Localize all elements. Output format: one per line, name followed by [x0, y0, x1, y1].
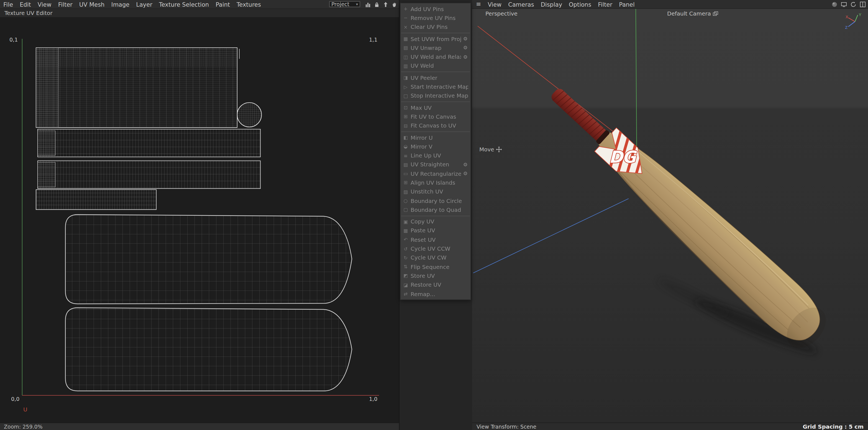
uv-menu-item-line-up-uv[interactable]: ≡Line Up UV	[401, 151, 470, 160]
uv-menu-item-label: Remap...	[411, 291, 435, 297]
menu-icon[interactable]: ≡	[472, 1, 484, 8]
uv-island-edge-strip-1[interactable]	[38, 129, 260, 157]
move-tool-label: Move	[479, 146, 502, 152]
vp-menu-view[interactable]: View	[484, 0, 505, 8]
uv-straighten-icon: ▤	[403, 162, 408, 168]
uv-menu-item-reset-uv[interactable]: ↶Reset UV	[401, 235, 470, 244]
uv-island-face-back[interactable]	[65, 308, 352, 391]
uv-menu-item-mirror-u[interactable]: ◧Mirror U	[401, 133, 470, 142]
uv-island-edge-strip-2[interactable]	[38, 161, 260, 189]
uv-menu-item-set-uvw-from-projection[interactable]: ▦Set UVW from Projection⚙	[401, 34, 470, 44]
uv-menu-item-restore-uv[interactable]: ◪Restore UV	[401, 280, 470, 289]
uv-menu-item-uv-rectangularize[interactable]: ▭UV Rectangularize⚙	[401, 169, 470, 178]
uv-menu-item-label: Max UV	[411, 105, 432, 111]
uv-menu-item-uv-peeler[interactable]: ◨UV Peeler	[401, 73, 470, 82]
uv-menu-item-uv-weld[interactable]: ▥UV Weld	[401, 61, 470, 71]
render-history-icon[interactable]	[850, 1, 857, 8]
vp-menu-filter[interactable]: Filter	[594, 0, 616, 8]
uv-menu-item-cycle-uv-cw[interactable]: ↻Cycle UV CW	[401, 253, 470, 262]
menu-textures[interactable]: Textures	[233, 0, 264, 8]
panel-title-text: Texture UV Editor	[4, 10, 52, 16]
uv-island-edge-strip-2-cap	[38, 163, 55, 187]
vp-menu-panel[interactable]: Panel	[616, 0, 638, 8]
uv-menu-item-label: Start Interactive Mapping	[411, 84, 468, 90]
menu-texture-selection[interactable]: Texture Selection	[156, 0, 212, 8]
uv-menu-item-store-uv[interactable]: ◩Store UV	[401, 271, 470, 281]
layout-panes-icon[interactable]	[859, 1, 866, 8]
set-uvw-from-projection-icon: ▦	[403, 36, 408, 41]
uv-canvas[interactable]: 0,1 1,1 0,0 1,0 U	[0, 17, 399, 423]
uv-menu-item-label: Boundary to Circle	[411, 198, 462, 204]
monitor-icon[interactable]	[840, 1, 847, 8]
u-axis-label: U	[23, 406, 27, 412]
menu-filter[interactable]: Filter	[55, 0, 76, 8]
gear-icon[interactable]: ⚙	[463, 54, 468, 60]
uv-menu-item-start-interactive-mapping[interactable]: ▷Start Interactive Mapping	[401, 82, 470, 91]
uv-editor-toolbar: Project ▾	[329, 0, 398, 8]
uv-menu-item-unstitch-uv[interactable]: ▨Unstitch UV	[401, 187, 470, 196]
uv-menu-item-align-uv-islands[interactable]: ⊞Align UV Islands	[401, 178, 470, 188]
gear-icon[interactable]: ⚙	[463, 36, 468, 41]
uv-editor-menu: FileEditViewFilterUV MeshImageLayerTextu…	[0, 0, 264, 8]
render-sphere-icon[interactable]	[831, 1, 838, 8]
menu-image[interactable]: Image	[108, 0, 133, 8]
gear-icon[interactable]: ⚙	[463, 45, 468, 51]
copy-uv-icon: ▣	[403, 219, 408, 224]
uv-menu-item-max-uv[interactable]: ⊡Max UV	[401, 103, 470, 112]
menu-uv-mesh[interactable]: UV Mesh	[76, 0, 108, 8]
uv-menu-item-remap[interactable]: ⇄Remap...	[401, 289, 470, 298]
world-x-axis-line	[477, 26, 613, 132]
uv-menu-item-paste-uv[interactable]: ▦Paste UV	[401, 226, 470, 235]
uv-menu-item-stop-interactive-mapping[interactable]: □Stop Interactive Mapping	[401, 91, 470, 101]
menu-layer[interactable]: Layer	[133, 0, 156, 8]
arrow-up-icon[interactable]	[382, 1, 389, 8]
uv-menu-item-fit-canvas-to-uv[interactable]: ⊟Fit Canvas to UV	[401, 121, 470, 130]
uv-menu-item-boundary-to-circle[interactable]: ○Boundary to Circle	[401, 196, 470, 205]
vp-menu-display[interactable]: Display	[537, 0, 565, 8]
vp-menu-options[interactable]: Options	[565, 0, 594, 8]
gear-icon[interactable]: ⚙	[463, 171, 468, 176]
uv-menu-item-flip-sequence[interactable]: ⇅Flip Sequence	[401, 262, 470, 271]
uv-island-face-front[interactable]	[65, 214, 352, 304]
uv-menu-item-copy-uv[interactable]: ▣Copy UV	[401, 217, 470, 226]
uv-menu-item-label: UV Straighten	[411, 162, 449, 168]
uv-unwrap-icon: ▤	[403, 45, 408, 51]
hand-icon[interactable]	[391, 1, 398, 8]
project-dropdown[interactable]: Project ▾	[329, 1, 360, 7]
vp-menu-cameras[interactable]: Cameras	[505, 0, 537, 8]
align-uv-islands-icon: ⊞	[403, 180, 408, 185]
uv-menu-item-uv-weld-and-relax[interactable]: ◫UV Weld and Relax⚙	[401, 52, 470, 61]
camera-label[interactable]: Default Camera	[667, 10, 718, 17]
menu-file[interactable]: File	[0, 0, 17, 8]
uv-menu-item-clear-uv-pins[interactable]: ×Clear UV Pins	[401, 23, 470, 32]
paste-uv-icon: ▦	[403, 228, 408, 233]
menu-edit[interactable]: Edit	[17, 0, 34, 8]
uv-menu-item-cycle-uv-ccw[interactable]: ↺Cycle UV CCW	[401, 244, 470, 253]
uv-menu-item-boundary-to-quad[interactable]: ▢Boundary to Quad	[401, 205, 470, 214]
uv-editor-statusbar: Zoom: 259.0%	[0, 423, 399, 430]
menu-paint[interactable]: Paint	[212, 0, 233, 8]
lock-icon[interactable]	[373, 1, 380, 8]
uv-menu-item-label: UV Unwrap	[411, 45, 442, 51]
uv-island-edge-strip-3[interactable]	[36, 190, 156, 209]
uv-menu-item-uv-unwrap[interactable]: ▤UV Unwrap⚙	[401, 43, 470, 52]
uv-menu-item-mirror-v[interactable]: ◒Mirror V	[401, 142, 470, 151]
uv-menu-item-uv-straighten[interactable]: ▤UV Straighten⚙	[401, 160, 470, 169]
viewport-canvas[interactable]: DG Perspective Default Camera Move	[472, 9, 868, 422]
axis-gizmo[interactable]: X Y Z	[844, 12, 865, 30]
uv-menu-item-label: Mirror V	[411, 144, 432, 150]
menu-view[interactable]: View	[34, 0, 55, 8]
cricket-bat[interactable]: DG	[537, 74, 836, 356]
uv-menu-item-add-uv-pins[interactable]: +Add UV Pins	[401, 4, 470, 13]
uv-menu-item-label: UV Weld and Relax	[411, 54, 461, 60]
gear-icon[interactable]: ⚙	[463, 162, 468, 168]
perspective-label[interactable]: Perspective	[486, 10, 518, 17]
uv-menu-item-fit-uv-to-canvas[interactable]: ⊞Fit UV to Canvas	[401, 112, 470, 121]
chart-icon[interactable]	[364, 1, 371, 8]
uv-weld-icon: ▥	[403, 63, 408, 69]
uv-menu-item-label: Line Up UV	[411, 152, 441, 159]
uv-menu-item-remove-uv-pins[interactable]: −Remove UV Pins	[401, 13, 470, 23]
3d-viewport-panel: ≡ ViewCamerasDisplayOptionsFilterPanel	[472, 0, 868, 430]
uv-island-knob[interactable]	[237, 103, 261, 127]
max-uv-icon: ⊡	[403, 105, 408, 110]
